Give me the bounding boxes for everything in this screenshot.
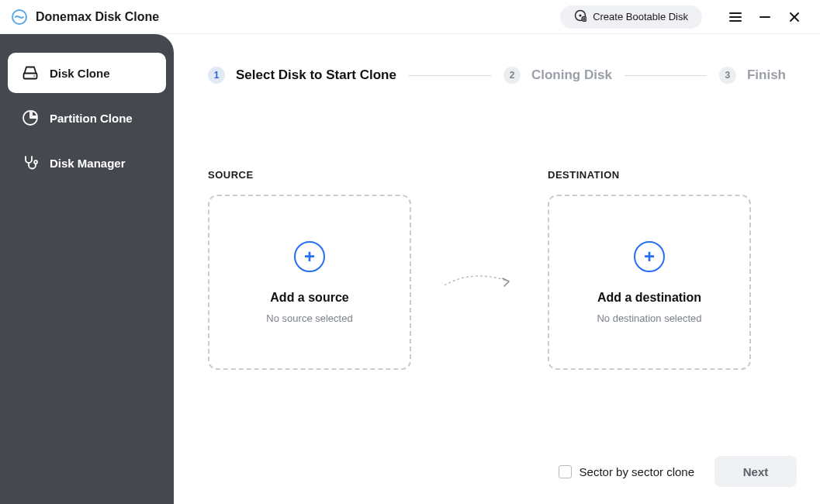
svg-point-11	[33, 75, 35, 77]
plus-icon: +	[294, 241, 325, 272]
sidebar-item-label: Partition Clone	[50, 112, 133, 125]
step-2: 2 Cloning Disk	[503, 67, 612, 84]
sector-by-sector-checkbox[interactable]: Sector by sector clone	[559, 465, 694, 478]
step-connector	[625, 75, 707, 76]
step-1: 1 Select Disk to Start Clone	[208, 67, 396, 84]
bootable-disk-icon	[574, 9, 586, 24]
sidebar-item-label: Disk Manager	[50, 157, 126, 170]
sidebar-item-disk-manager[interactable]: Disk Manager	[8, 143, 166, 183]
step-number: 2	[503, 67, 521, 84]
add-source-title: Add a source	[270, 291, 348, 305]
next-button-label: Next	[743, 465, 769, 478]
drop-areas: SOURCE + Add a source No source selected…	[208, 169, 786, 370]
add-destination-button[interactable]: + Add a destination No destination selec…	[548, 195, 751, 370]
next-button[interactable]: Next	[714, 456, 797, 487]
minimize-button[interactable]	[750, 5, 780, 29]
step-label: Cloning Disk	[531, 67, 612, 83]
step-connector	[409, 75, 491, 76]
sidebar-item-partition-clone[interactable]: Partition Clone	[8, 98, 166, 138]
hamburger-icon	[729, 12, 742, 22]
checkbox-box-icon	[559, 465, 572, 478]
sector-checkbox-label: Sector by sector clone	[580, 465, 694, 478]
step-number: 1	[208, 67, 225, 84]
add-source-subtitle: No source selected	[266, 312, 352, 324]
step-label: Select Disk to Start Clone	[236, 67, 396, 83]
add-destination-subtitle: No destination selected	[597, 312, 701, 324]
source-column: SOURCE + Add a source No source selected	[208, 169, 411, 370]
minimize-icon	[759, 12, 770, 22]
step-number: 3	[719, 67, 736, 84]
svg-rect-10	[24, 74, 37, 79]
sidebar-item-disk-clone[interactable]: Disk Clone	[8, 53, 166, 93]
destination-section-label: DESTINATION	[548, 169, 751, 181]
app-title: Donemax Disk Clone	[36, 10, 159, 24]
svg-point-12	[34, 161, 37, 164]
stethoscope-icon	[22, 154, 39, 171]
close-button[interactable]	[780, 5, 809, 29]
plus-icon: +	[634, 241, 665, 272]
svg-point-2	[580, 14, 582, 16]
title-bar: Donemax Disk Clone Create Bootable Disk	[0, 0, 820, 34]
main-content: 1 Select Disk to Start Clone 2 Cloning D…	[174, 34, 820, 504]
main-footer: Sector by sector clone Next	[559, 456, 797, 487]
sidebar-item-label: Disk Clone	[50, 67, 110, 80]
sidebar: Disk Clone Partition Clone Disk Manager	[0, 34, 174, 504]
close-icon	[789, 12, 800, 22]
create-bootable-disk-button[interactable]: Create Bootable Disk	[560, 5, 702, 29]
step-3: 3 Finish	[719, 67, 786, 84]
direction-arrow	[433, 194, 526, 369]
create-bootable-label: Create Bootable Disk	[593, 11, 688, 22]
menu-button[interactable]	[721, 5, 750, 29]
add-source-button[interactable]: + Add a source No source selected	[208, 195, 411, 370]
app-logo-icon	[11, 9, 28, 26]
step-label: Finish	[747, 67, 786, 83]
pie-icon	[22, 109, 39, 126]
source-section-label: SOURCE	[208, 169, 411, 181]
progress-steps: 1 Select Disk to Start Clone 2 Cloning D…	[208, 67, 786, 84]
add-destination-title: Add a destination	[597, 291, 701, 305]
disk-icon	[22, 64, 39, 81]
destination-column: DESTINATION + Add a destination No desti…	[548, 169, 751, 370]
arrow-right-icon	[441, 270, 518, 293]
